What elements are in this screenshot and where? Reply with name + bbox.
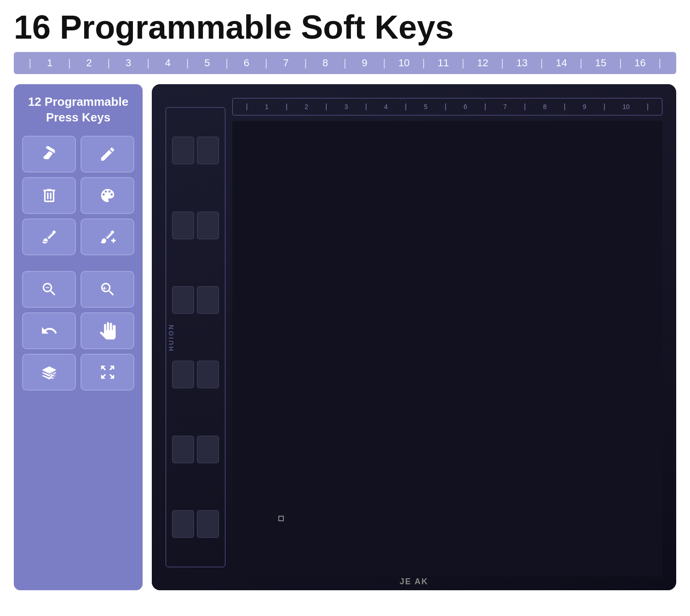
t-sep-2: | (325, 103, 327, 111)
num-14: 14 (554, 57, 568, 69)
t-num-3: 3 (345, 103, 348, 110)
tablet-key-3a[interactable] (172, 286, 194, 314)
tablet-key-pair-6 (170, 510, 221, 538)
t-sep-4: | (405, 103, 407, 111)
t-sep-1: | (286, 103, 288, 111)
left-panel: 12 ProgrammablePress Keys (14, 84, 143, 590)
t-num-5: 5 (424, 103, 427, 110)
sep-15: | (619, 57, 622, 69)
key-brush-plus[interactable] (80, 219, 134, 255)
eraser-icon (40, 145, 58, 163)
sep-5: | (225, 57, 228, 69)
num-4: 4 (161, 57, 175, 69)
tablet-key-pair-3 (170, 286, 221, 314)
sep-13: | (540, 57, 543, 69)
num-10: 10 (397, 57, 411, 69)
key-row-1 (22, 136, 134, 173)
page-container: 16 Programmable Soft Keys | 1 | 2 | 3 | … (0, 0, 690, 616)
tablet-key-3b[interactable] (197, 286, 219, 314)
tablet-draw-area (232, 121, 662, 576)
key-palette[interactable] (80, 177, 134, 214)
num-7: 7 (279, 57, 293, 69)
t-num-1: 1 (265, 103, 269, 110)
brush-minus-icon (40, 228, 58, 246)
key-row-6 (22, 354, 134, 391)
layer-add-icon (40, 363, 58, 381)
key-row-5 (22, 312, 134, 349)
sep-2: | (108, 57, 110, 69)
sep-3: | (147, 57, 150, 69)
sep-14: | (580, 57, 582, 69)
t-num-7: 7 (503, 103, 507, 110)
trash-icon (40, 187, 58, 204)
tablet-key-6b[interactable] (197, 510, 219, 538)
sep-10: | (422, 57, 425, 69)
left-panel-title: 12 ProgrammablePress Keys (22, 94, 134, 126)
key-hand[interactable] (80, 312, 134, 349)
sep-7: | (304, 57, 307, 69)
num-11: 11 (437, 57, 450, 69)
key-zoom-out[interactable] (22, 271, 76, 308)
num-16: 16 (633, 57, 647, 69)
t-num-2: 2 (305, 103, 308, 110)
tablet-key-1a[interactable] (172, 137, 194, 164)
t-num-10: 10 (622, 103, 630, 110)
tablet-body: HUION (152, 84, 676, 590)
sep-1: | (68, 57, 71, 69)
key-pen[interactable] (80, 136, 134, 173)
num-13: 13 (515, 57, 529, 69)
tablet-top-number-bar: | 1 | 2 | 3 | 4 | 5 | 6 | 7 | 8 | (232, 98, 662, 115)
t-sep-6: | (484, 103, 486, 111)
num-8: 8 (318, 57, 332, 69)
tablet-key-5a[interactable] (172, 436, 194, 463)
t-num-8: 8 (543, 103, 546, 110)
key-trash[interactable] (22, 177, 76, 214)
num-2: 2 (82, 57, 96, 69)
tablet-key-4b[interactable] (197, 361, 219, 388)
tablet-key-5b[interactable] (197, 436, 219, 463)
key-row-4 (22, 271, 134, 308)
sep-8: | (344, 57, 346, 69)
right-panel-tablet: HUION (152, 84, 676, 590)
key-layer-add[interactable] (22, 354, 76, 391)
t-sep-9: | (604, 103, 605, 111)
sep-9: | (383, 57, 386, 69)
sep-6: | (265, 57, 268, 69)
fit-screen-icon (99, 363, 116, 381)
tablet-key-4a[interactable] (172, 361, 194, 388)
num-6: 6 (240, 57, 253, 69)
t-sep-10: | (647, 103, 649, 111)
tablet-key-2a[interactable] (172, 212, 194, 239)
tablet-key-6a[interactable] (172, 510, 194, 538)
key-undo[interactable] (22, 312, 76, 349)
cursor-dot (278, 516, 284, 521)
t-sep-3: | (365, 103, 367, 111)
tablet-soft-keys-panel (166, 107, 225, 567)
num-5: 5 (200, 57, 214, 69)
num-1: 1 (43, 57, 57, 69)
t-num-9: 9 (583, 103, 586, 110)
hand-icon (99, 322, 116, 340)
brush-plus-icon (99, 228, 116, 246)
num-9: 9 (358, 57, 372, 69)
palette-icon (99, 187, 116, 204)
num-15: 15 (594, 57, 608, 69)
key-zoom-in[interactable] (80, 271, 134, 308)
t-sep-8: | (564, 103, 565, 111)
num-12: 12 (476, 57, 489, 69)
sep-4: | (186, 57, 189, 69)
key-eraser[interactable] (22, 136, 76, 173)
t-sep-5: | (444, 103, 446, 111)
tablet-key-2b[interactable] (197, 212, 219, 239)
key-brush-minus[interactable] (22, 219, 76, 255)
tablet-key-pair-2 (170, 212, 221, 239)
key-fit-screen[interactable] (80, 354, 134, 391)
pen-icon (99, 145, 116, 163)
sep-11: | (462, 57, 465, 69)
top-number-bar: | 1 | 2 | 3 | 4 | 5 | 6 | 7 | 8 | 9 | 10… (14, 52, 676, 74)
zoom-out-icon (40, 281, 58, 298)
t-sep-0: | (246, 103, 248, 111)
t-num-4: 4 (384, 103, 388, 110)
tablet-key-1b[interactable] (197, 137, 219, 164)
page-title: 16 Programmable Soft Keys (14, 9, 676, 46)
